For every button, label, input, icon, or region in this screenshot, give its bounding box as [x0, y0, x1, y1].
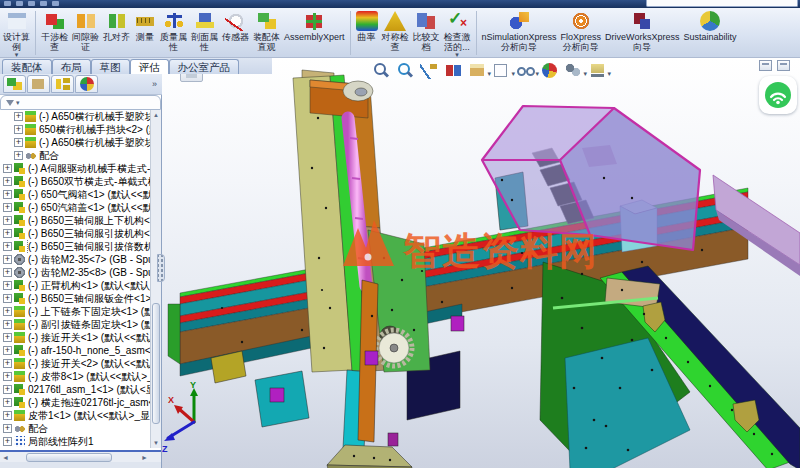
expand-icon[interactable]	[3, 203, 12, 212]
expand-icon[interactable]	[3, 385, 12, 394]
expand-icon[interactable]	[3, 177, 12, 186]
ribbon-button[interactable]: 孔对齐	[101, 10, 132, 43]
command-tab[interactable]: 布局	[52, 59, 91, 74]
expand-icon[interactable]	[3, 398, 12, 407]
tree-item[interactable]: (-) 接近开关<1> (默认<<默认	[0, 331, 150, 344]
ribbon-button[interactable]: 测量	[132, 10, 158, 43]
hud-button[interactable]	[396, 62, 416, 79]
tree-item[interactable]: 02176tl_asm_1<1> (默认<显	[0, 383, 150, 396]
tree-item[interactable]: (-) 齿轮M2-35<8> (GB - Spur	[0, 266, 150, 279]
minimize-window-icon[interactable]	[777, 60, 790, 71]
service-badge[interactable]	[759, 76, 797, 114]
hscroll-thumb[interactable]	[26, 453, 112, 462]
tree-item[interactable]: 皮带1<1> (默认<<默认>_显示	[0, 409, 150, 422]
ribbon-button[interactable]: 比较文 档	[411, 10, 442, 53]
tree-item[interactable]: (-) B650三轴伺服引拔机构<1>	[0, 227, 150, 240]
panel-tab[interactable]	[27, 75, 50, 93]
vscroll-thumb[interactable]	[152, 303, 160, 425]
expand-icon[interactable]	[3, 307, 12, 316]
expand-icon[interactable]	[3, 216, 12, 225]
ribbon-button[interactable]: 剖面属 性	[189, 10, 220, 53]
tree-filter[interactable]: ▾	[0, 95, 161, 110]
scroll-up-icon[interactable]: ▲	[151, 110, 161, 120]
panel-tab[interactable]	[51, 75, 74, 93]
expand-icon[interactable]	[3, 255, 12, 264]
ribbon-button[interactable]: 干涉检 查	[39, 10, 70, 53]
restore-window-icon[interactable]	[759, 60, 772, 71]
expand-icon[interactable]	[3, 229, 12, 238]
tree-horizontal-scrollbar[interactable]: ◄ ►	[0, 450, 161, 462]
tree-item[interactable]: (-) 650气阀箱<1> (默认<<默	[0, 188, 150, 201]
expand-icon[interactable]	[3, 242, 12, 251]
tree-item[interactable]: (-) A伺服驱动机械手横走式-单	[0, 162, 150, 175]
tree-item[interactable]: (-) B650三轴伺服上下机构<1>	[0, 214, 150, 227]
graphics-viewport[interactable]: 智造资料网 Y X Z	[162, 58, 800, 468]
expand-icon[interactable]	[3, 294, 12, 303]
ribbon-button[interactable]: 质量属 性	[158, 10, 189, 53]
expand-icon[interactable]	[3, 346, 12, 355]
expand-icon[interactable]	[3, 320, 12, 329]
command-tab[interactable]: 装配体	[2, 59, 52, 74]
model-canvas[interactable]: 智造资料网 Y X Z	[162, 58, 800, 468]
command-tab[interactable]: 评估	[130, 59, 169, 74]
ribbon-button[interactable]: 曲率	[354, 10, 380, 43]
panel-tab[interactable]	[3, 75, 26, 93]
tree-item[interactable]: (-) B650三轴伺服钣金件<1> (	[0, 292, 150, 305]
expand-icon[interactable]	[3, 333, 12, 342]
ribbon-button[interactable]: 检查激 活的...	[442, 10, 473, 58]
ribbon-button[interactable]: 传感器	[220, 10, 251, 43]
ribbon-button[interactable]: Sustainability	[681, 10, 738, 43]
scroll-right-icon[interactable]: ►	[141, 454, 148, 461]
hud-button[interactable]	[468, 62, 488, 79]
hud-button[interactable]	[444, 62, 464, 79]
expand-icon[interactable]	[14, 125, 23, 134]
tree-item[interactable]: (-) 皮带8<1> (默认<<默认>_显	[0, 370, 150, 383]
expand-icon[interactable]	[3, 411, 12, 420]
expand-icon[interactable]	[3, 424, 12, 433]
ribbon-button[interactable]: 间隙验 证	[70, 10, 101, 53]
expand-icon[interactable]	[3, 372, 12, 381]
tree-item[interactable]: (-) B650双节横走式-单截式横	[0, 175, 150, 188]
tree-item[interactable]: (-) B650三轴伺服引拔倍数机构	[0, 240, 150, 253]
panel-splitter-handle[interactable]	[157, 254, 165, 282]
ribbon-button[interactable]: 设计算 例	[1, 10, 32, 58]
tree-item[interactable]: (-) afr-150-h_none_5_asm<1	[0, 344, 150, 357]
tree-item[interactable]: (-) 接近开关<2> (默认<<默认	[0, 357, 150, 370]
hud-button[interactable]	[420, 62, 440, 79]
tree-item[interactable]: (-) A650横行机械手塑胶块<	[0, 110, 150, 123]
expand-icon[interactable]	[3, 164, 12, 173]
panel-tab[interactable]	[75, 75, 98, 93]
tree-item[interactable]: 配合	[0, 422, 150, 435]
ribbon-button[interactable]: 装配体 直观	[251, 10, 282, 53]
hud-button[interactable]	[588, 62, 608, 79]
scroll-left-icon[interactable]: ◄	[2, 454, 9, 461]
ribbon-button[interactable]: AssemblyXpert	[282, 10, 347, 43]
tree-item[interactable]: 650横行机械手挡块<2> (默	[0, 123, 150, 136]
command-tab[interactable]: 草图	[91, 59, 130, 74]
expand-icon[interactable]	[14, 138, 23, 147]
tree-item[interactable]: (-) 正臂机构<1> (默认<默认_	[0, 279, 150, 292]
expand-icon[interactable]	[3, 437, 12, 446]
ribbon-button[interactable]: 对称检 查	[380, 10, 411, 53]
tree-item[interactable]: 配合	[0, 149, 150, 162]
expand-icon[interactable]	[3, 190, 12, 199]
panel-tab-overflow[interactable]: »	[152, 79, 159, 89]
expand-icon[interactable]	[3, 359, 12, 368]
expand-icon[interactable]	[3, 268, 12, 277]
search-input[interactable]	[646, 0, 798, 7]
tree-item[interactable]: (-) 副引拔链条固定块<1> (默认	[0, 318, 150, 331]
ribbon-button[interactable]: FloXpress 分析向导	[559, 10, 604, 53]
expand-icon[interactable]	[3, 281, 12, 290]
hud-button[interactable]	[516, 62, 536, 79]
tree-item[interactable]: (-) 上下链条下固定块<1> (默认	[0, 305, 150, 318]
expand-icon[interactable]	[14, 112, 23, 121]
ribbon-button[interactable]: nSimulationXpress 分析向导	[480, 10, 559, 53]
expand-icon[interactable]	[14, 151, 23, 160]
hud-button[interactable]	[564, 62, 584, 79]
hud-button[interactable]	[492, 62, 512, 79]
ribbon-button[interactable]: DriveWorksXpress 向导	[603, 10, 681, 53]
command-tab[interactable]: 办公室产品	[169, 59, 240, 74]
hud-button[interactable]	[372, 62, 392, 79]
scroll-down-icon[interactable]: ▼	[151, 438, 161, 448]
tree-item[interactable]: 局部线性阵列1	[0, 435, 150, 448]
